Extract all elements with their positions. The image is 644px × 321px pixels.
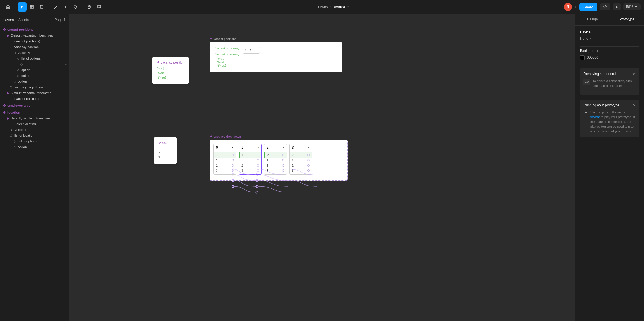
tab-design[interactable]: Design: [575, 14, 610, 25]
dd-item-3-1[interactable]: 1: [290, 158, 312, 163]
sidebar-item-vacant-positions[interactable]: ❖ vacant positions: [0, 27, 69, 33]
dd-chevron-2: ∧: [282, 146, 284, 149]
dd-col-2-list: 2 1 2: [264, 151, 287, 174]
sidebar-item-employee-type[interactable]: ❖ employee type: [0, 103, 69, 108]
layer-list-of-location[interactable]: ⬡ list of location: [0, 133, 69, 138]
running-prototype-close[interactable]: ✕: [633, 103, 636, 108]
svg-point-12: [256, 191, 258, 193]
conn-dot-3-0: [307, 154, 310, 156]
canvas-area[interactable]: ❖ vacancy position (one) (two) (three) ❖…: [69, 14, 575, 321]
dd-item-3-2[interactable]: 2: [290, 163, 312, 168]
dd-col-0-header[interactable]: 0 ∧: [214, 144, 236, 151]
vacant-positions-frame-container: ❖ vacant positions (vacant positions) (v…: [210, 37, 342, 72]
vacant-positions-frame-box[interactable]: (vacant positions) (vacant positions) (o…: [210, 42, 342, 72]
sidebar-item-label-loc: location: [7, 111, 20, 114]
conn-dot-2-0: [282, 154, 284, 156]
breadcrumb-drafts[interactable]: Drafts: [318, 5, 328, 9]
component-tool[interactable]: [71, 2, 80, 12]
layer-vacancy[interactable]: ◇ vacancy: [0, 50, 69, 56]
tab-layers[interactable]: Layers: [3, 16, 14, 24]
component-icon-2: ❖: [2, 104, 6, 108]
device-select[interactable]: None ▼: [580, 37, 639, 41]
va-item-1: 1: [158, 146, 172, 150]
dd-col-1-header[interactable]: 1 ∧: [239, 144, 261, 151]
dd-item-3-3[interactable]: 3: [290, 168, 312, 173]
layer-vector-1[interactable]: ∧ Vector 1: [0, 127, 69, 133]
layer-list-of-options-loc[interactable]: ◇ list of options: [0, 138, 69, 144]
home-button[interactable]: [3, 2, 13, 12]
dd-item-3-0[interactable]: 3: [290, 152, 312, 158]
toolbar-link[interactable]: toolbar: [590, 115, 600, 119]
dd-item-0-2[interactable]: 2: [214, 163, 236, 168]
removing-connection-box: Removing a connection ✕ ⌁✕ To delete a c…: [580, 68, 639, 95]
layer-vacancy-drop-down[interactable]: ⬡ vacancy drop down: [0, 84, 69, 90]
background-section: Background 000000: [580, 49, 639, 60]
layer-option-2[interactable]: ◇ option: [0, 73, 69, 79]
title-dropdown-icon[interactable]: ▼: [347, 5, 350, 9]
play-button[interactable]: ▶: [613, 3, 621, 10]
layer-option-truncated[interactable]: ◇ op... ⌁: [0, 61, 69, 67]
removing-connection-close[interactable]: ✕: [633, 72, 636, 76]
avatar-dropdown[interactable]: ▼: [574, 5, 577, 9]
zoom-control[interactable]: 56% ▼: [623, 3, 641, 10]
sidebar-item-location[interactable]: ❖ location: [0, 110, 69, 115]
device-caret: ▼: [589, 37, 592, 40]
layer-default-visible-yes[interactable]: ◆ default, visible options=yes: [0, 115, 69, 121]
layer-list-of-options[interactable]: ◇ list of options: [0, 56, 69, 61]
layer-select-location[interactable]: T Select location: [0, 121, 69, 127]
sidebar-item-label: vacant positions: [7, 28, 34, 31]
comment-tool[interactable]: [95, 2, 104, 12]
layer-vacant-positions-text[interactable]: T (vacant positions): [0, 38, 69, 44]
dd-item-1-3[interactable]: 3: [239, 168, 261, 173]
running-play-icon: ▶: [583, 110, 588, 114]
background-swatch[interactable]: [580, 55, 585, 60]
dd-col-3[interactable]: 3 ∧ 3 1: [289, 144, 312, 175]
dd-col-3-header[interactable]: 3 ∧: [290, 144, 312, 151]
vacancy-dd-frame-box[interactable]: 0 ∧ 0 1: [210, 140, 348, 181]
dd-item-0-3[interactable]: 3: [214, 168, 236, 173]
hand-tool[interactable]: [85, 2, 94, 12]
vp-dropdown-area[interactable]: 0 ▼: [243, 47, 260, 54]
user-avatar[interactable]: N: [564, 3, 572, 11]
dd-item-1-0[interactable]: 1: [239, 152, 261, 158]
page-tab[interactable]: Page 1: [55, 16, 65, 24]
dd-col-2[interactable]: 2 ∧ 2 1: [264, 144, 287, 175]
layer-option-3[interactable]: ◇ option: [0, 79, 69, 84]
pen-tool[interactable]: [51, 2, 60, 12]
tab-assets[interactable]: Assets: [18, 16, 29, 24]
dd-col-2-header[interactable]: 2 ∧: [264, 144, 287, 151]
file-title[interactable]: Untitled: [332, 5, 345, 9]
dd-item-1-1[interactable]: 1: [239, 158, 261, 163]
conn-dot-0-0: [232, 154, 234, 156]
va-item-3: 3: [158, 156, 172, 159]
dd-item-0-0[interactable]: 0: [214, 152, 236, 158]
share-button[interactable]: Share: [579, 3, 597, 11]
removing-connection-text: To delete a connection, click and drag o…: [593, 79, 636, 88]
layer-default-no[interactable]: ◆ Default, vacantnumbers=no: [0, 90, 69, 96]
tab-prototype[interactable]: Prototype: [610, 14, 644, 25]
dd-col-0[interactable]: 0 ∧ 0 1: [213, 144, 236, 175]
dd-item-2-1[interactable]: 1: [264, 158, 287, 163]
dd-col-1[interactable]: 1 ∧ 1 1: [239, 144, 262, 175]
code-button[interactable]: </>: [600, 3, 610, 10]
conn-dot-2-3: [282, 169, 284, 172]
select-tool[interactable]: [18, 2, 27, 12]
layer-vacant-positions-text-2[interactable]: T (vacant positions): [0, 96, 69, 102]
dd-item-1-2[interactable]: 2: [239, 163, 261, 168]
layer-option-1[interactable]: ◇ option: [0, 67, 69, 73]
toolbar-divider-3: [82, 3, 82, 10]
background-value-row: 000000: [580, 55, 639, 60]
dd-item-2-0[interactable]: 2: [264, 152, 287, 158]
text-tool[interactable]: T: [61, 2, 70, 12]
layer-default-yes[interactable]: ◆ Default, vacantnumbers=yes: [0, 33, 69, 38]
frame-tool[interactable]: [27, 2, 36, 12]
dd-item-2-3[interactable]: 3: [264, 168, 287, 173]
component-icon-3: ❖: [2, 110, 6, 114]
shape-tool[interactable]: [37, 2, 46, 12]
layer-vacancy-position[interactable]: ⬡ vacancy position: [0, 44, 69, 50]
dd-item-2-2[interactable]: 2: [264, 163, 287, 168]
layer-option-loc[interactable]: ◇ option: [0, 144, 69, 150]
remove-icon-row: ⌁✕ To delete a connection, click and dra…: [583, 79, 636, 88]
dd-item-0-1[interactable]: 1: [214, 158, 236, 163]
text-icon: T: [9, 39, 13, 43]
